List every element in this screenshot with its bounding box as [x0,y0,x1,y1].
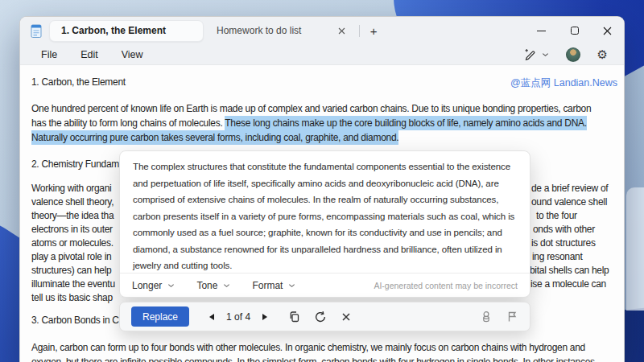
selected-text: Naturally occurring pure carbon takes se… [31,130,398,145]
doc-fragment-left: play a pivotal role in [31,251,111,262]
menu-file[interactable]: File [33,47,65,63]
maximize-button[interactable] [558,17,591,44]
doc-paragraph-line: Again, carbon can form up to four bonds … [31,342,585,353]
doc-fragment-right: ound valence shell [531,196,607,208]
doc-paragraph-line: One hundred percent of known life on Ear… [31,103,591,114]
menubar: File Edit View ⚙ [20,44,624,65]
menu-edit[interactable]: Edit [72,47,106,63]
format-dropdown[interactable]: Format [252,280,295,291]
gear-icon: ⚙ [597,48,608,60]
next-suggestion-icon[interactable] [262,314,267,320]
copy-button[interactable] [288,311,300,323]
copy-icon [288,311,300,323]
doc-paragraph-line: oxygen, but there are infinite possible … [31,356,597,362]
maximize-icon [571,27,579,35]
rewrite-suggestion-text: The complex structures that constitute t… [133,158,518,274]
chevron-down-icon [223,283,230,288]
doc-fragment-right: is dot structures [531,237,596,249]
doc-fragment-left: valence shell theory, [31,196,114,208]
plus-icon: + [370,24,378,38]
rewrite-options-row: Longer Tone Format AI-generated content … [120,273,530,297]
doc-paragraph-line: has the ability to form long chains of m… [31,117,587,129]
refresh-icon [314,311,327,323]
length-dropdown[interactable]: Longer [132,280,175,291]
close-button[interactable] [591,17,624,44]
chevron-down-icon [288,283,295,288]
doc-fragment-left: Working with organi [31,183,111,194]
rewrite-pen-icon [524,48,538,60]
doc-fragment-right: ing resonant [532,251,582,262]
replace-button[interactable]: Replace [131,306,189,327]
doc-fragment-right: de a brief review of [531,183,608,194]
credits-icon [480,311,493,323]
doc-fragment-left: electrons in its outer [31,224,113,235]
regenerate-button[interactable] [314,311,327,323]
notepad-icon [29,23,43,39]
tab-label: Homework to do list [217,25,301,36]
doc-heading-2: 2. Chemistry Fundam [31,158,119,170]
settings-button[interactable]: ⚙ [592,46,613,63]
previous-suggestion-icon[interactable] [209,314,214,320]
feedback-button[interactable] [506,311,518,323]
notepad-window: 1. Carbon, the Element Homework to do li… [19,16,625,362]
selected-text: These long chains make up the core build… [225,116,587,130]
doc-fragment-left: atoms or molecules. [31,237,114,249]
doc-fragment-left: tell us its basic shap [31,292,113,303]
close-icon [603,27,612,35]
doc-fragment-right: onds with other [533,224,595,235]
chevron-down-icon [167,283,175,288]
tab-carbon-the-element[interactable]: 1. Carbon, the Element [49,20,204,42]
doc-paragraph-line: Naturally occurring pure carbon takes se… [31,131,398,142]
tab-close-icon[interactable] [334,23,349,38]
flag-icon [506,311,518,323]
doc-heading-3: 3. Carbon Bonds in C [31,315,119,326]
minimize-button[interactable] [525,17,558,44]
rewrite-action-bar: Replace 1 of 4 [119,302,530,331]
tab-label: 1. Carbon, the Element [61,25,166,36]
dismiss-button[interactable] [341,311,352,323]
doc-fragment-right: ise a molecule can [530,278,606,290]
desktop: 1. Carbon, the Element Homework to do li… [0,0,644,362]
background-window-edge [626,187,644,311]
credits-button[interactable] [480,311,493,323]
ai-disclaimer: AI-generated content may be incorrect [374,281,518,290]
suggestion-pagination: 1 of 4 [226,311,250,323]
rewrite-menu-button[interactable] [519,46,554,63]
minimize-icon [537,31,546,31]
chevron-down-icon [542,52,549,57]
doc-fragment-left: theory—the idea tha [31,210,114,221]
doc-fragment-right: to the four [536,210,577,221]
titlebar: 1. Carbon, the Element Homework to do li… [20,17,624,44]
rewrite-popup: The complex structures that constitute t… [119,150,530,298]
doc-fragment-left: illuminate the eventu [31,278,115,290]
tab-divider [359,25,360,37]
new-tab-button[interactable]: + [364,21,383,40]
close-icon [341,311,352,323]
watermark: @蓝点网 Landian.News [510,76,617,90]
menu-view[interactable]: View [114,47,151,63]
tone-dropdown[interactable]: Tone [196,280,230,291]
doc-fragment-left: structures) can help [31,265,111,276]
doc-heading-1: 1. Carbon, the Element [31,76,126,88]
tab-homework-to-do-list[interactable]: Homework to do list [204,20,355,42]
doc-fragment-right: bital shells can help [530,265,609,276]
avatar [566,47,580,62]
account-button[interactable] [561,45,585,64]
